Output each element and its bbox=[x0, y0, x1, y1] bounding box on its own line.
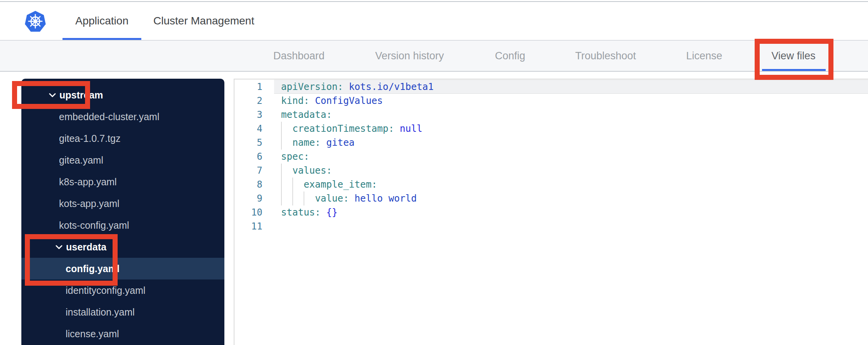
subnav-bottom-border bbox=[0, 71, 868, 72]
code-line-text: metadata: bbox=[281, 108, 332, 122]
tree-file-kots-app[interactable]: kots-app.yaml bbox=[21, 193, 224, 214]
window-top-divider bbox=[0, 1, 868, 2]
tab-troubleshoot[interactable]: Troubleshoot bbox=[575, 41, 636, 71]
code-line-11[interactable] bbox=[234, 219, 868, 233]
tab-version-history[interactable]: Version history bbox=[375, 41, 444, 71]
code-line-10[interactable]: status: {} bbox=[234, 205, 868, 219]
code-line-text: status: {} bbox=[281, 205, 338, 219]
code-line-4[interactable]: creationTimestamp: null bbox=[234, 122, 868, 136]
code-line-text: values: bbox=[281, 164, 332, 178]
kots-admin-console: Application Cluster Management Dashboard… bbox=[0, 0, 868, 345]
tree-file-installation[interactable]: installation.yaml bbox=[21, 301, 224, 323]
chevron-down-icon bbox=[56, 245, 62, 249]
tab-dashboard[interactable]: Dashboard bbox=[273, 41, 325, 71]
tree-label: config.yaml bbox=[66, 263, 120, 274]
tree-file-embedded-cluster[interactable]: embedded-cluster.yaml bbox=[21, 106, 224, 128]
code-line-6[interactable]: spec: bbox=[234, 150, 868, 164]
tree-label: gitea-1.0.7.tgz bbox=[59, 133, 120, 144]
tab-license[interactable]: License bbox=[686, 41, 722, 71]
code-line-text: value: hello world bbox=[281, 191, 417, 205]
tab-application[interactable]: Application bbox=[62, 4, 141, 38]
tree-label: license.yaml bbox=[66, 328, 119, 340]
tree-file-gitea-tgz[interactable]: gitea-1.0.7.tgz bbox=[21, 128, 224, 149]
tree-label: identityconfig.yaml bbox=[66, 285, 146, 296]
chevron-down-icon bbox=[49, 93, 56, 97]
tree-folder-upstream[interactable]: upstream bbox=[21, 84, 224, 106]
tree-label: installation.yaml bbox=[66, 307, 135, 318]
code-line-7[interactable]: values: bbox=[234, 164, 868, 178]
code-line-text: apiVersion: kots.io/v1beta1 bbox=[281, 80, 434, 94]
code-line-text: name: gitea bbox=[281, 136, 354, 150]
tab-config[interactable]: Config bbox=[495, 41, 525, 71]
tree-label: embedded-cluster.yaml bbox=[59, 111, 159, 122]
code-line-8[interactable]: example_item: bbox=[234, 178, 868, 191]
code-line-5[interactable]: name: gitea bbox=[234, 136, 868, 150]
code-line-9[interactable]: value: hello world bbox=[234, 191, 868, 205]
code-line-text: spec: bbox=[281, 150, 309, 164]
tree-file-kots-config[interactable]: kots-config.yaml bbox=[21, 214, 224, 236]
tab-view-files[interactable]: View files bbox=[771, 41, 816, 71]
tree-label: upstream bbox=[59, 90, 103, 101]
editor-top-border bbox=[234, 79, 868, 79]
tree-label: userdata bbox=[66, 242, 106, 253]
code-line-2[interactable]: kind: ConfigValues bbox=[234, 94, 868, 108]
code-line-text: creationTimestamp: null bbox=[281, 122, 422, 136]
tree-file-k8s-app[interactable]: k8s-app.yaml bbox=[21, 171, 224, 193]
tree-label: k8s-app.yaml bbox=[59, 176, 117, 188]
tree-label: gitea.yaml bbox=[59, 155, 103, 166]
tree-label: kots-app.yaml bbox=[59, 198, 120, 209]
tree-file-identityconfig[interactable]: identityconfig.yaml bbox=[21, 279, 224, 301]
tree-folder-userdata[interactable]: userdata bbox=[21, 236, 224, 258]
tree-file-license[interactable]: license.yaml bbox=[21, 323, 224, 345]
kubernetes-logo-icon bbox=[24, 10, 46, 33]
code-line-text: kind: ConfigValues bbox=[281, 94, 383, 108]
tree-file-gitea-yaml[interactable]: gitea.yaml bbox=[21, 149, 224, 171]
tab-cluster-management[interactable]: Cluster Management bbox=[148, 4, 260, 38]
tree-file-config-selected[interactable]: config.yaml bbox=[21, 258, 224, 279]
code-line-3[interactable]: metadata: bbox=[234, 108, 868, 122]
code-line-text: example_item: bbox=[281, 178, 377, 191]
tree-label: kots-config.yaml bbox=[59, 220, 129, 231]
code-line-1[interactable]: apiVersion: kots.io/v1beta1 bbox=[234, 80, 868, 94]
